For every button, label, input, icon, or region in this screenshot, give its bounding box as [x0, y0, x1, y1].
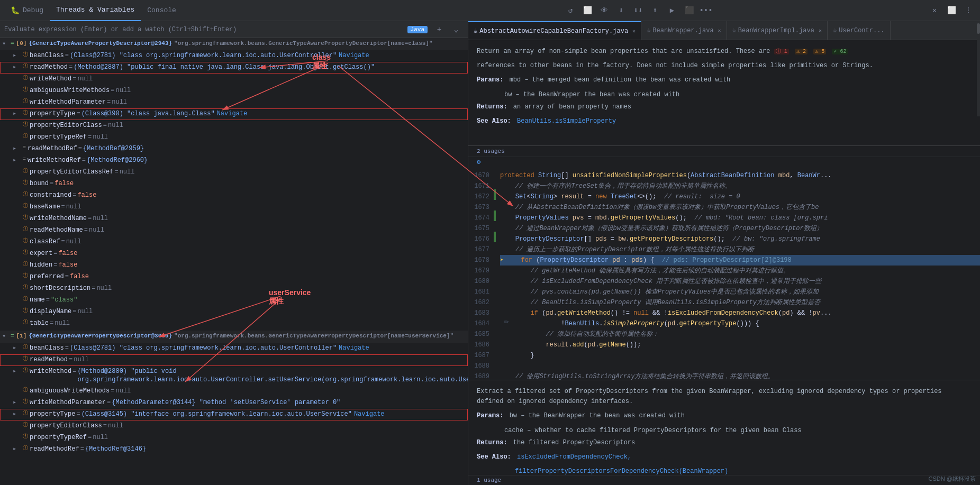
tree-item-beanclass-0[interactable]: ⓕ beanClass = (Class@2781) "class org.sp… [0, 50, 468, 62]
tab-console[interactable]: Console [141, 0, 183, 21]
code-line-1685: // 添加待自动装配的非简单属性名称： [500, 329, 980, 340]
tree-item-writemethodparam-1[interactable]: ⓕ writeMethodParameter = {MethodParamete… [0, 397, 468, 409]
code-line-1689: // 使用StringUtils.toStringArray方法将结集合转换为字… [500, 371, 980, 380]
code-content[interactable]: protected String[] unsatisfiedNonSimpleP… [496, 168, 980, 380]
code-line-1673: // 从AbstractBeanDefinition对象（假设bw变量表示该对象… [500, 202, 980, 213]
code-line-1676: PropertyDescriptor[] pds = bw.getPropert… [500, 234, 980, 244]
tree-item-ambiguous-1[interactable]: ⓕ ambiguousWriteMethods = null [0, 386, 468, 397]
expand-0-writemethodref[interactable] [13, 156, 20, 165]
usages-icon: ⚙ [468, 157, 980, 168]
tree-item-propertytype-0[interactable]: ⓕ propertyType = (Class@390) "class java… [0, 108, 468, 120]
code-line-1686: result.add(pd.getName()); [500, 340, 980, 350]
tree-item-basename-0[interactable]: ⓕ baseName = null [0, 202, 468, 213]
expand-0-readmethod[interactable] [13, 63, 20, 72]
code-line-1679: // getWriteMethod 确保属性具有写方法，才能在后续的自动装配过程… [500, 266, 980, 276]
tree-item-propeditorclassref-0[interactable]: ⓕ propertyEditorClassRef = null [0, 167, 468, 178]
code-line-1682: // BeanUtils.isSimpleProperty 调用BeanUtil… [500, 297, 980, 308]
expand-btn[interactable]: ⌄ [449, 22, 464, 37]
expression-bar: Evaluate expression (Enter) or add a wat… [0, 21, 468, 38]
add-watch-btn[interactable]: + [432, 22, 447, 37]
tree-item-constrained-0[interactable]: ⓕ constrained = false [0, 190, 468, 202]
top-tabbar: 🐛 Debug Threads & Variables Console ↺ ⬜ … [0, 0, 980, 21]
file-tab-beanwrapper[interactable]: ☕ BeanWrapper.java ✕ [641, 21, 727, 40]
doc-panel-bottom: Extract a filtered set of PropertyDescri… [468, 380, 980, 475]
expression-badge: Java [407, 26, 428, 33]
tree-item-expert-0[interactable]: ⓕ expert = false [0, 248, 468, 260]
tree-item-table-0[interactable]: ⓕ table = null [0, 318, 468, 330]
step-into-btn[interactable]: ⬇ [614, 3, 629, 18]
tree-item-hidden-0[interactable]: ⓕ hidden = false [0, 260, 468, 271]
expression-icons: + ⌄ [432, 22, 464, 37]
settings-btn[interactable]: ⋮ [961, 3, 976, 18]
tree-item-propertytype-1[interactable]: ⓕ propertyType = (Class@3145) "interface… [0, 409, 468, 420]
code-line-1675: // 通过BeanWrapper对象（假设bw变量表示该对象）获取所有属性描述符… [500, 223, 980, 234]
expand-0-propertytype[interactable] [13, 109, 20, 118]
tree-item-shortdesc-0[interactable]: ⓕ shortDescription = null [0, 283, 468, 295]
doc-panel-top: Return an array of non-simple bean prope… [468, 40, 980, 146]
restore-btn[interactable]: ⬜ [944, 3, 959, 18]
stop-btn[interactable]: ⬛ [682, 3, 696, 18]
step-out-btn[interactable]: ⬆ [648, 3, 663, 18]
main-area: Evaluate expression (Enter) or add a wat… [0, 21, 980, 485]
tree-item-ambiguous-0[interactable]: ⓕ ambiguousWriteMethods = null [0, 85, 468, 97]
step-over-btn[interactable]: ⬜ [580, 3, 595, 18]
run-to-cursor-btn[interactable]: 👁 [597, 3, 612, 18]
tree-item-preferred-0[interactable]: ⓕ preferred = false [0, 271, 468, 283]
watermark: CSDN @纸杯没茶 [929, 475, 976, 483]
tree-item-bound-0[interactable]: ⓕ bound = false [0, 178, 468, 190]
tree-item-readmethodref-1[interactable]: ⓕ readMethodRef = {MethodRef@3146} [0, 444, 468, 455]
tree-item-readmethodname-0[interactable]: ⓕ readMethodName = null [0, 225, 468, 236]
run-btn[interactable]: ▶ [665, 3, 679, 18]
tree-item-writemethodref-0[interactable]: = writeMethodRef = {MethodRef@2960} [0, 155, 468, 167]
usages-bottom: 1 usage [468, 475, 980, 485]
code-line-1681: // pvs.contains(pd.getName()) 检查Property… [500, 287, 980, 297]
tree-item-readmethod-1[interactable]: ⓕ readMethod = null [0, 354, 468, 366]
tree-item-propeditorclass-1[interactable]: ⓕ propertyEditorClass = null [0, 420, 468, 432]
file-tab-abstractautowire[interactable]: ☕ AbstractAutowireCapableBeanFactory.jav… [468, 21, 641, 40]
close-tab-beanwrapperimpl[interactable]: ✕ [819, 28, 822, 34]
tree-item-readmethodref-0[interactable]: = readMethodRef = {MethodRef@2959} [0, 143, 468, 155]
expand-arrow-0[interactable] [2, 40, 10, 49]
tree-item-writemethod-0[interactable]: ⓕ writeMethod = null [0, 74, 468, 85]
tree-item-proptyperef-1[interactable]: ⓕ propertyTypeRef = null [0, 432, 468, 444]
code-line-1672: Set<String> result = new TreeSet<>(); //… [500, 191, 980, 202]
section-1-header[interactable]: = [1] {GenericTypeAwarePropertyDescripto… [0, 331, 468, 343]
file-tabs: ☕ AbstractAutowireCapableBeanFactory.jav… [468, 21, 980, 40]
more-btn[interactable]: ••• [698, 3, 713, 18]
right-panel: ☕ AbstractAutowireCapableBeanFactory.jav… [468, 21, 980, 485]
file-tab-beanwrapperimpl[interactable]: ☕ BeanWrapperImpl.java ✕ [727, 21, 828, 40]
file-tab-usercontroller[interactable]: ☕ UserContr... [828, 21, 891, 40]
variables-tree[interactable]: = [0] {GenericTypeAwarePropertyDescripto… [0, 38, 468, 485]
debug-icon: 🐛 [11, 6, 20, 15]
tree-item-writemethodparam-0[interactable]: ⓕ writeMethodParameter = null [0, 97, 468, 108]
expand-arrow-1[interactable] [2, 332, 10, 341]
code-line-1684: !BeanUtils.isSimpleProperty(pd.getProper… [500, 318, 980, 329]
close-tab-abstractautowire[interactable]: ✕ [632, 28, 636, 34]
tree-item-writemethod-1[interactable]: ⓕ writeMethod = (Method@2880) "public vo… [0, 366, 468, 386]
tree-item-propeditorclass-0[interactable]: ⓕ propertyEditorClass = null [0, 120, 468, 132]
tree-item-beanclass-1[interactable]: ⓕ beanClass = (Class@2781) "class org.sp… [0, 343, 468, 354]
force-step-into-btn[interactable]: ⬇⬇ [631, 3, 646, 18]
edit-icon[interactable]: ✏ [504, 316, 509, 326]
tree-item-name-0[interactable]: ⓕ name = "class" [0, 295, 468, 306]
tab-threads-variables[interactable]: Threads & Variables [50, 0, 141, 21]
tree-item-readmethod-0[interactable]: ⓕ readMethod = (Method@2887) "public fin… [0, 62, 468, 74]
code-line-1687: } [500, 350, 980, 361]
tree-item-displayname-0[interactable]: ⓕ displayName = null [0, 306, 468, 318]
expand-0-beanclass[interactable] [13, 51, 20, 60]
section-0-header[interactable]: = [0] {GenericTypeAwarePropertyDescripto… [0, 38, 468, 50]
close-tab-beanwrapper[interactable]: ✕ [718, 28, 721, 34]
code-line-1680: // isExcludedFromDependencyCheck 用于判断属性是… [500, 276, 980, 287]
code-line-1683: if (pd.getWriteMethod() != null && !isEx… [500, 308, 980, 318]
restart-btn[interactable]: ↺ [563, 3, 578, 18]
code-line-1677: // 遍历上一步获取的PropertyDescriptor数组，对每个属性描述符… [500, 244, 980, 255]
expression-text: Evaluate expression (Enter) or add a wat… [4, 26, 403, 33]
close-btn[interactable]: ✕ [927, 3, 942, 18]
expand-0-readmethodref[interactable] [13, 144, 20, 153]
tree-item-writemethodname-0[interactable]: ⓕ writeMethodName = null [0, 213, 468, 225]
line-numbers: 1670 1671 1672 1673 1674 1675 1676 1677 … [468, 168, 494, 380]
code-line-1678: for (PropertyDescriptor pd : pds) { // p… [500, 255, 980, 266]
tab-debug[interactable]: 🐛 Debug [4, 0, 50, 21]
tree-item-classref-0[interactable]: ⓕ classRef = null [0, 236, 468, 248]
tree-item-proptyperef-0[interactable]: ⓕ propertyTypeRef = null [0, 132, 468, 143]
